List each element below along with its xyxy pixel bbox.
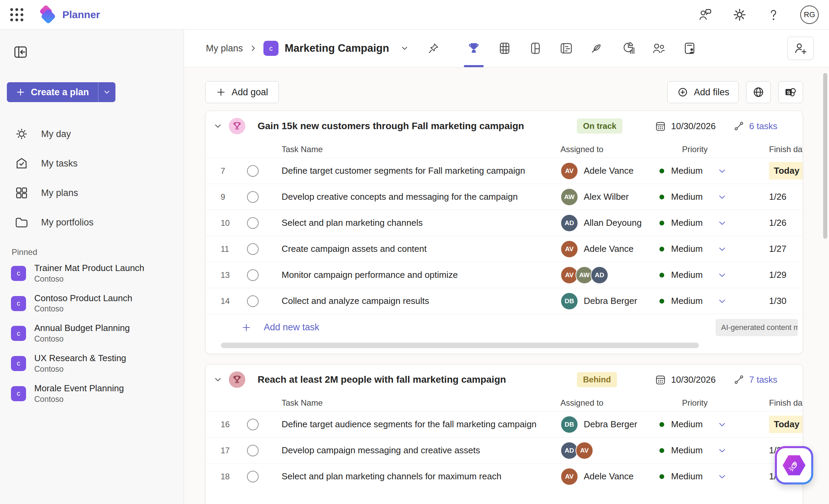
task-finish-date[interactable]: Today	[769, 416, 803, 433]
task-priority[interactable]: Medium	[659, 192, 769, 202]
table-row[interactable]: 18 Select and plan marketing channels fo…	[206, 463, 803, 489]
table-row[interactable]: 13 Monitor campaign performance and opti…	[206, 262, 803, 288]
task-priority[interactable]: Medium	[659, 445, 769, 456]
help-icon[interactable]	[767, 8, 780, 22]
view-tab-notes[interactable]	[582, 29, 613, 67]
priority-dropdown-icon[interactable]	[718, 472, 727, 481]
task-name[interactable]: Collect and analyze campaign results	[267, 296, 560, 306]
plan-title[interactable]: Marketing Campaign	[285, 42, 389, 54]
table-row[interactable]: 11 Create campaign assets and content AV…	[206, 236, 803, 262]
task-name[interactable]: Define target customer segments for Fall…	[267, 165, 560, 176]
goal-header[interactable]: Reach at least 2M people with fall marke…	[206, 365, 803, 395]
task-finish-date[interactable]: 1/30	[769, 296, 803, 306]
sidebar-item-my-tasks[interactable]: My tasks	[0, 149, 184, 178]
goal-tasks-link[interactable]: 7 tasks	[733, 374, 777, 385]
column-finish[interactable]: Finish date	[769, 398, 803, 408]
task-complete-checkbox[interactable]	[247, 445, 259, 456]
add-files-button[interactable]: Add files	[667, 81, 739, 103]
table-row[interactable]: 17 Develop campaign messaging and creati…	[206, 437, 803, 463]
task-priority[interactable]: Medium	[659, 218, 769, 228]
pinned-plan-item[interactable]: c Annual Budget Planning Contoso	[0, 318, 184, 348]
sidebar-item-my-day[interactable]: My day	[0, 119, 184, 149]
copilot-rocket-button[interactable]	[775, 446, 813, 484]
collapse-goal-icon[interactable]	[213, 121, 223, 131]
task-assignees[interactable]: DB Debra Berger	[560, 292, 659, 310]
pinned-plan-item[interactable]: c Contoso Product Launch Contoso	[0, 288, 184, 319]
task-priority[interactable]: Medium	[659, 244, 769, 254]
horizontal-scrollbar-thumb[interactable]	[221, 343, 699, 348]
task-complete-checkbox[interactable]	[247, 471, 259, 482]
settings-gear-icon[interactable]	[732, 8, 747, 22]
priority-dropdown-icon[interactable]	[718, 193, 727, 201]
task-complete-checkbox[interactable]	[247, 191, 259, 203]
table-row[interactable]: 7 Define target customer segments for Fa…	[206, 158, 803, 184]
task-complete-checkbox[interactable]	[247, 217, 259, 229]
task-name[interactable]: Create campaign assets and content	[267, 244, 560, 254]
breadcrumb-my-plans[interactable]: My plans	[206, 43, 243, 54]
task-assignees[interactable]: AW Alex Wilber	[560, 188, 659, 206]
task-finish-date[interactable]: Today	[769, 162, 803, 180]
task-name[interactable]: Monitor campaign performance and optimiz…	[267, 270, 560, 280]
column-finish[interactable]: Finish date	[769, 145, 803, 154]
task-finish-date[interactable]: 1/26	[769, 218, 803, 228]
task-finish-date[interactable]: 1/29	[769, 270, 803, 280]
task-name[interactable]: Select and plan marketing channels for m…	[267, 471, 560, 482]
view-tab-assignments[interactable]	[674, 29, 705, 67]
view-tab-board[interactable]	[520, 29, 551, 67]
task-assignees[interactable]: AV Adele Vance	[560, 240, 659, 258]
sidebar-collapse-icon[interactable]	[12, 44, 29, 60]
task-assignees[interactable]: AD Allan Deyoung	[560, 214, 659, 232]
add-new-task-label[interactable]: Add new task	[264, 322, 319, 333]
goal-due-date[interactable]: 10/30/2026	[655, 374, 733, 385]
vertical-scrollbar-thumb[interactable]	[823, 73, 827, 239]
task-finish-date[interactable]: 1/26	[769, 192, 803, 202]
goal-title[interactable]: Reach at least 2M people with fall marke…	[258, 374, 577, 385]
view-tab-timeline[interactable]	[551, 29, 582, 67]
task-finish-date[interactable]: 1/27	[769, 244, 803, 254]
task-priority[interactable]: Medium	[659, 270, 769, 280]
priority-dropdown-icon[interactable]	[718, 420, 727, 429]
column-priority[interactable]: Priority	[659, 398, 769, 408]
account-avatar[interactable]: RG	[800, 5, 819, 24]
task-complete-checkbox[interactable]	[247, 243, 259, 255]
web-link-button[interactable]	[746, 81, 771, 103]
task-assignees[interactable]: AV Adele Vance	[560, 468, 659, 485]
add-goal-button[interactable]: Add goal	[205, 81, 279, 103]
column-task-name[interactable]: Task Name	[267, 398, 560, 408]
view-tab-people[interactable]	[643, 29, 674, 67]
task-priority[interactable]: Medium	[659, 471, 769, 482]
task-priority[interactable]: Medium	[659, 296, 769, 306]
goal-header[interactable]: Gain 15k new customers through Fall mark…	[206, 111, 803, 141]
priority-dropdown-icon[interactable]	[718, 446, 727, 455]
view-tab-grid[interactable]	[489, 29, 520, 67]
task-priority[interactable]: Medium	[659, 165, 769, 176]
view-tab-charts[interactable]	[613, 29, 643, 67]
priority-dropdown-icon[interactable]	[718, 219, 727, 228]
goal-due-date[interactable]: 10/30/2026	[655, 120, 733, 132]
pin-plan-icon[interactable]	[428, 42, 439, 54]
table-row[interactable]: 16 Define target audience segments for t…	[206, 411, 803, 437]
goal-tasks-link[interactable]: 6 tasks	[733, 121, 777, 132]
task-complete-checkbox[interactable]	[247, 419, 259, 430]
table-row[interactable]: 14 Collect and analyze campaign results …	[206, 288, 803, 314]
table-row[interactable]: 9 Develop creative concepts and messagin…	[206, 184, 803, 210]
plan-chip[interactable]: c	[263, 41, 279, 56]
sidebar-item-my-plans[interactable]: My plans	[0, 178, 184, 208]
task-name[interactable]: Define target audience segments for the …	[267, 419, 560, 430]
plan-title-dropdown[interactable]	[400, 44, 409, 53]
priority-dropdown-icon[interactable]	[718, 271, 727, 280]
priority-dropdown-icon[interactable]	[718, 245, 727, 254]
task-assignees[interactable]: ADAV	[560, 442, 659, 459]
collapse-goal-icon[interactable]	[213, 375, 223, 384]
app-launcher-waffle-icon[interactable]	[9, 7, 25, 23]
task-priority[interactable]: Medium	[659, 419, 769, 430]
pinned-plan-item[interactable]: c UX Research & Testing Contoso	[0, 348, 184, 379]
create-plan-dropdown[interactable]	[98, 82, 115, 102]
pinned-plan-item[interactable]: c Trainer Mat Product Launch Contoso	[0, 258, 184, 288]
column-assigned-to[interactable]: Assigned to	[560, 145, 659, 154]
task-assignees[interactable]: AV Adele Vance	[560, 162, 659, 180]
task-complete-checkbox[interactable]	[247, 269, 259, 281]
column-assigned-to[interactable]: Assigned to	[560, 398, 659, 408]
priority-dropdown-icon[interactable]	[718, 167, 727, 175]
priority-dropdown-icon[interactable]	[718, 297, 727, 306]
